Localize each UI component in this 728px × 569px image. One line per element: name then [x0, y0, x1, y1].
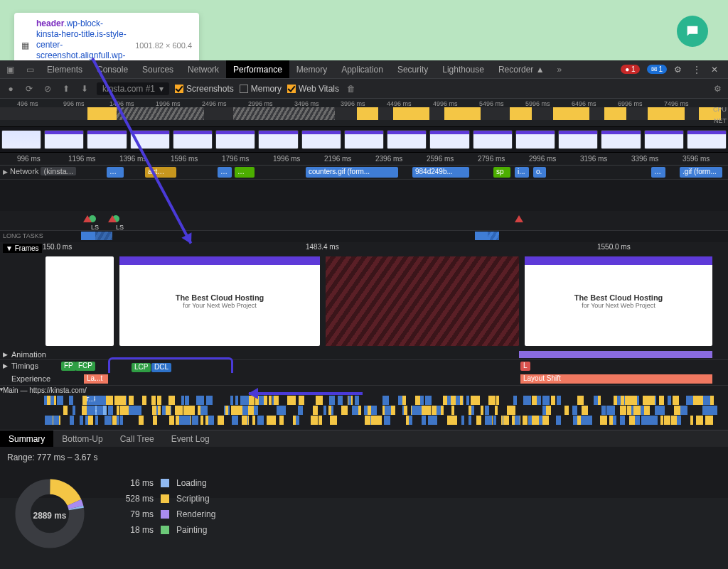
tab-elements[interactable]: Elements: [40, 60, 90, 78]
network-track[interactable]: ▶ Network (kinsta... … act… … … counters…: [0, 166, 728, 180]
annotation-arrow: [249, 392, 363, 395]
devtools-tabbar: ▣ ▭ Elements Console Sources Network Per…: [0, 60, 728, 79]
experience-track[interactable]: Experience La...t Layout Shift: [0, 373, 728, 386]
tab-security[interactable]: Security: [390, 60, 435, 78]
chat-icon: [685, 23, 700, 39]
long-tasks-track[interactable]: LONG TASKS: [0, 231, 728, 242]
upload-icon[interactable]: ⬆: [60, 84, 73, 94]
clear-icon[interactable]: ⊘: [41, 84, 54, 94]
overview-timeline[interactable]: 496 ms996 ms1496 ms1996 ms2496 ms2996 ms…: [0, 99, 728, 127]
download-icon[interactable]: ⬇: [78, 84, 91, 94]
tab-sources[interactable]: Sources: [135, 60, 181, 78]
memory-checkbox[interactable]: Memory: [240, 84, 282, 94]
summary-range: Range: 777 ms – 3.67 s: [7, 453, 721, 462]
more-tabs-icon[interactable]: »: [552, 65, 568, 75]
tab-network[interactable]: Network: [181, 60, 226, 78]
inspect-icon[interactable]: ▣: [0, 65, 20, 75]
chat-bubble-button[interactable]: [677, 16, 708, 47]
garbage-icon[interactable]: 🗑: [345, 84, 358, 94]
kebab-icon[interactable]: ⋮: [692, 64, 704, 75]
summary-legend: 16 msLoading528 msScripting79 msRenderin…: [111, 475, 215, 538]
close-devtools-icon[interactable]: ✕: [711, 64, 722, 75]
tab-performance[interactable]: Performance: [226, 60, 289, 78]
timings-track[interactable]: ▶ Timings FP FCP LCP DCL Largest Content…: [0, 360, 728, 373]
page-background: ▦ header.wp-block-kinsta-hero-title.is-s…: [0, 0, 728, 60]
summary-pane: Range: 777 ms – 3.67 s 2889 ms 16 msLoad…: [0, 447, 728, 498]
tab-eventlog[interactable]: Event Log: [163, 430, 218, 447]
tab-calltree[interactable]: Call Tree: [112, 430, 163, 447]
record-icon[interactable]: ●: [4, 84, 17, 94]
main-track-header[interactable]: ▼ Main — https://kinsta.com/: [0, 386, 728, 396]
web-vitals-markers[interactable]: LS LS: [0, 211, 728, 231]
screenshots-checkbox[interactable]: Screenshots: [175, 84, 234, 94]
reload-icon[interactable]: ⟳: [23, 84, 36, 94]
messages-badge[interactable]: ✉ 1: [647, 65, 667, 74]
tab-bottomup[interactable]: Bottom-Up: [53, 430, 111, 447]
time-ruler[interactable]: 996 ms1196 ms1396 ms1596 ms1796 ms1996 m…: [0, 153, 728, 166]
cpu-label: CPU: [713, 106, 727, 113]
layout-icon: ▦: [21, 40, 29, 50]
tab-lighthouse[interactable]: Lighthouse: [435, 60, 491, 78]
overview-filmstrip[interactable]: [0, 127, 728, 153]
tab-memory[interactable]: Memory: [289, 60, 334, 78]
devtools-panel: ▣ ▭ Elements Console Sources Network Per…: [0, 60, 728, 569]
settings-icon[interactable]: ⚙: [674, 64, 685, 75]
perf-settings-icon[interactable]: ⚙: [711, 84, 724, 94]
details-tabbar: Summary Bottom-Up Call Tree Event Log: [0, 430, 728, 447]
tab-application[interactable]: Application: [334, 60, 390, 78]
net-label: NET: [714, 117, 727, 124]
tooltip-dimensions: 1001.82 × 600.4: [135, 41, 192, 50]
errors-badge[interactable]: ● 1: [621, 65, 639, 74]
tab-recorder[interactable]: Recorder ▲: [491, 60, 552, 78]
webvitals-checkbox[interactable]: Web Vitals: [287, 84, 339, 94]
svg-text:2889 ms: 2889 ms: [33, 511, 67, 521]
device-icon[interactable]: ▭: [20, 65, 40, 75]
summary-donut-chart: 2889 ms: [14, 478, 85, 549]
main-flame-chart[interactable]: T...k P...L: [0, 396, 728, 430]
chevron-down-icon: ▾: [159, 84, 164, 94]
empty-gap: [0, 180, 728, 211]
frames-track[interactable]: ▼ Frames 150.0 ms 1483.4 ms 1550.0 ms Th…: [0, 242, 728, 349]
tab-summary[interactable]: Summary: [0, 430, 53, 447]
